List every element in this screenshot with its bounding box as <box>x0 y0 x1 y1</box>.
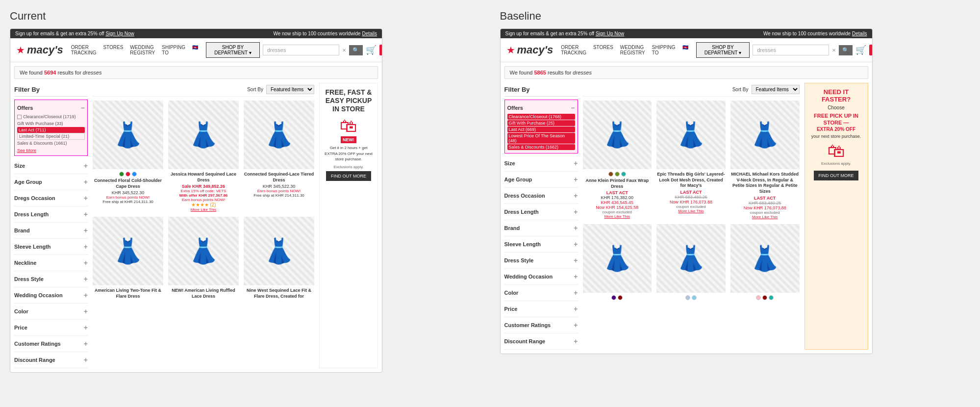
shipping-link[interactable]: SHIPPING TO <box>162 45 185 55</box>
wedding-occasion-header[interactable]: Wedding Occasion+ <box>14 290 88 301</box>
baseline-brand-header[interactable]: Brand+ <box>504 223 578 233</box>
offer-gift[interactable]: Gift With Purchase (33) <box>17 120 85 127</box>
product-image-6[interactable]: 👗 <box>244 217 314 285</box>
shop-by-department-button[interactable]: SHOP BY DEPARTMENT ▾ <box>206 42 260 58</box>
baseline-more-like-1[interactable]: More Like This <box>583 214 652 219</box>
baseline-offer-clearance[interactable]: Clearance/Closeout (1768) <box>507 114 575 120</box>
baseline-color-dot-teal2[interactable] <box>769 295 774 300</box>
offer-limited[interactable]: Limited-Time Special (21) <box>17 133 85 140</box>
baseline-dress-length-header[interactable]: Dress Length+ <box>504 206 578 217</box>
neckline-header[interactable]: Neckline+ <box>14 257 88 268</box>
baseline-dress-occasion-header[interactable]: Dress Occasion+ <box>504 190 578 201</box>
product-image-2[interactable]: 👗 <box>168 101 239 169</box>
baseline-price-header[interactable]: Price+ <box>504 304 578 314</box>
baseline-dress-style-header[interactable]: Dress Style+ <box>504 255 578 266</box>
signup-link[interactable]: Sign Up Now <box>105 31 134 36</box>
search-input[interactable] <box>263 45 339 55</box>
stores-link[interactable]: STORES <box>103 45 123 55</box>
offer-clearance[interactable]: Clearance/Closeout (1719) <box>17 113 85 120</box>
baseline-color-dot-darkred[interactable] <box>618 295 623 300</box>
age-group-header[interactable]: Age Group+ <box>14 177 88 187</box>
baseline-more-like-2[interactable]: More Like This <box>656 209 726 213</box>
baseline-age-group-header[interactable]: Age Group+ <box>504 174 578 185</box>
baseline-wedding-registry[interactable]: WEDDING REGISTRY <box>620 45 645 55</box>
baseline-color-dot-pink[interactable] <box>756 295 761 300</box>
baseline-color-dot-olive[interactable] <box>615 172 620 177</box>
baseline-sleeve-length-header[interactable]: Sleeve Length+ <box>504 239 578 250</box>
product-image-3[interactable]: 👗 <box>244 101 314 169</box>
price-header[interactable]: Price+ <box>14 322 88 333</box>
baseline-offers-header[interactable]: Offers − <box>507 102 575 113</box>
baseline-more-like-3[interactable]: More Like This <box>730 215 800 219</box>
baseline-discount-range-header[interactable]: Discount Range+ <box>504 336 578 347</box>
baseline-stores[interactable]: STORES <box>593 45 613 55</box>
search-button[interactable]: 🔍 <box>349 45 363 55</box>
baseline-search-button[interactable]: 🔍 <box>839 45 853 55</box>
baseline-color-swatches-1[interactable] <box>583 172 652 177</box>
baseline-order-tracking[interactable]: ORDER TRACKING <box>561 45 586 55</box>
wedding-registry-link[interactable]: WEDDING REGISTRY <box>130 45 155 55</box>
color-dot-red[interactable] <box>126 172 130 177</box>
baseline-shop-btn[interactable]: SHOP BY DEPARTMENT ▾ <box>696 42 750 58</box>
baseline-color-dot-brown[interactable] <box>608 172 613 177</box>
baseline-color-dot-darkred2[interactable] <box>762 295 767 300</box>
baseline-color-swatches-6[interactable] <box>730 295 800 300</box>
sort-select[interactable]: Featured Items <box>266 85 314 94</box>
baseline-shipping[interactable]: SHIPPING TO <box>652 45 676 55</box>
dress-style-header[interactable]: Dress Style+ <box>14 274 88 284</box>
baseline-favorites-icon[interactable]: ★ <box>869 45 872 55</box>
baseline-color-swatches-5[interactable] <box>656 295 726 300</box>
baseline-signup-link[interactable]: Sign Up Now <box>596 31 624 36</box>
color-header[interactable]: Color+ <box>14 306 88 317</box>
baseline-color-swatches-4[interactable] <box>583 295 652 300</box>
baseline-customer-ratings-header[interactable]: Customer Ratings+ <box>504 320 578 331</box>
baseline-offer-sales[interactable]: Sales & Discounts (1662) <box>507 144 575 150</box>
baseline-search-input[interactable] <box>753 45 829 55</box>
offer-sales[interactable]: Sales & Discounts (1661) <box>17 140 85 147</box>
baseline-offer-gift[interactable]: Gift With Purchase (25) <box>507 120 575 126</box>
current-offers-header[interactable]: Offers − <box>17 102 85 113</box>
baseline-color-dot-lightblue[interactable] <box>685 295 690 300</box>
baseline-wedding-occasion-header[interactable]: Wedding Occasion+ <box>504 271 578 282</box>
baseline-sort-select[interactable]: Featured Items <box>752 85 800 94</box>
brand-header[interactable]: Brand+ <box>14 225 88 236</box>
order-tracking-link[interactable]: ORDER TRACKING <box>71 45 97 55</box>
color-dot-blue[interactable] <box>132 172 137 177</box>
baseline-product-image-3[interactable]: 👗 <box>730 101 800 169</box>
more-like-this-2[interactable]: More Like This <box>168 207 239 212</box>
baseline-details-link[interactable]: Details <box>852 31 867 36</box>
favorites-icon[interactable]: ★ <box>379 45 382 55</box>
baseline-color-dot-skyblue[interactable] <box>692 295 697 300</box>
sleeve-length-header[interactable]: Sleeve Length+ <box>14 241 88 252</box>
baseline-color-header[interactable]: Color+ <box>504 287 578 298</box>
details-link[interactable]: Details <box>362 31 377 36</box>
offer-last-act[interactable]: Last Act (711) <box>17 127 85 133</box>
baseline-product-image-2[interactable]: 👗 <box>656 101 726 169</box>
baseline-cart-icon[interactable]: 🛒 <box>855 45 866 55</box>
baseline-size-header[interactable]: Size+ <box>504 158 578 169</box>
cart-icon[interactable]: 🛒 <box>366 45 377 55</box>
color-swatches-1[interactable] <box>93 172 163 177</box>
baseline-product-image-6[interactable]: 👗 <box>730 224 800 293</box>
color-dot-green[interactable] <box>119 172 124 177</box>
baseline-clear-icon[interactable]: ✕ <box>832 48 836 53</box>
baseline-color-dot-purple[interactable] <box>611 295 616 300</box>
see-more-offers[interactable]: See More <box>17 148 85 153</box>
size-header[interactable]: Size+ <box>14 160 88 171</box>
clear-search-icon[interactable]: ✕ <box>342 48 346 53</box>
product-image-4[interactable]: 👗 <box>93 217 163 285</box>
baseline-product-image-5[interactable]: 👗 <box>656 224 726 293</box>
find-out-more-button[interactable]: FIND OUT MORE <box>326 171 371 181</box>
baseline-offer-last-act[interactable]: Last Act (669) <box>507 127 575 132</box>
baseline-product-image-4[interactable]: 👗 <box>583 224 652 293</box>
dress-occasion-header[interactable]: Dregs Occasion+ <box>14 193 88 204</box>
discount-range-header[interactable]: Discount Range+ <box>14 355 88 365</box>
product-image-5[interactable]: 👗 <box>168 217 239 285</box>
baseline-color-dot-teal[interactable] <box>621 172 626 177</box>
customer-ratings-header[interactable]: Customer Ratings+ <box>14 338 88 349</box>
baseline-find-out-button[interactable]: FIND OUT MORE <box>814 171 859 180</box>
baseline-product-image-1[interactable]: 👗 <box>583 101 652 169</box>
product-image-1[interactable]: 👗 <box>93 101 163 169</box>
baseline-offer-lowest[interactable]: Lowest Price Of The Season (48) <box>507 133 575 144</box>
clearance-checkbox[interactable] <box>17 115 22 119</box>
